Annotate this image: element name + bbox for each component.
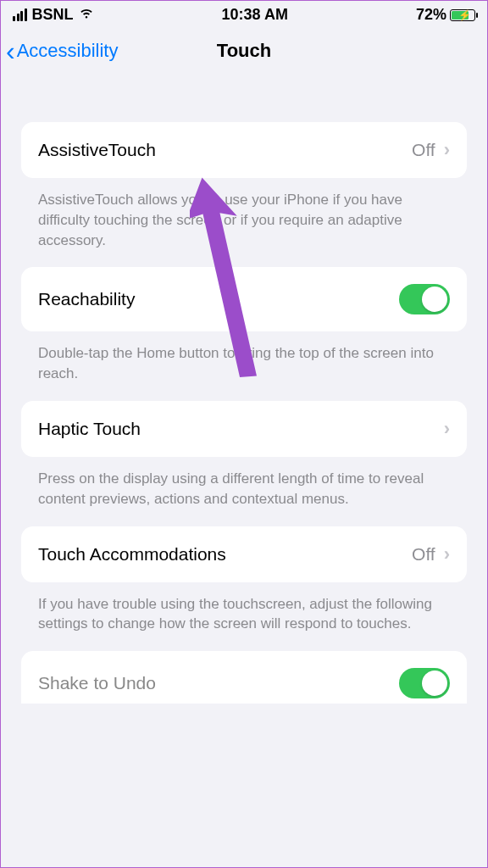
- chevron-left-icon: ‹: [6, 37, 15, 64]
- chevron-right-icon: ›: [444, 418, 450, 440]
- reachability-row: Reachability: [21, 267, 467, 331]
- status-time: 10:38 AM: [222, 6, 288, 24]
- shake-to-undo-toggle[interactable]: [399, 668, 450, 698]
- shake-to-undo-row: Shake to Undo: [21, 651, 467, 704]
- reachability-toggle[interactable]: [399, 284, 450, 314]
- chevron-right-icon: ›: [444, 139, 450, 161]
- reachability-label: Reachability: [38, 289, 135, 309]
- signal-icon: [13, 8, 27, 21]
- nav-bar: ‹ Accessibility Touch: [1, 27, 487, 80]
- shake-to-undo-label: Shake to Undo: [38, 673, 156, 693]
- haptic-touch-label: Haptic Touch: [38, 419, 141, 439]
- touch-accommodations-row[interactable]: Touch Accommodations Off ›: [21, 526, 467, 582]
- assistive-touch-label: AssistiveTouch: [38, 140, 156, 160]
- page-title: Touch: [217, 40, 271, 62]
- touch-accommodations-value: Off: [412, 544, 435, 565]
- back-label: Accessibility: [17, 40, 119, 62]
- content: AssistiveTouch Off › AssistiveTouch allo…: [1, 80, 487, 704]
- status-bar: BSNL 10:38 AM 72% ⚡: [1, 1, 487, 27]
- assistive-touch-footer: AssistiveTouch allows you to use your iP…: [21, 178, 467, 267]
- battery-percent: 72%: [416, 6, 446, 24]
- status-right: 72% ⚡: [416, 6, 475, 24]
- reachability-footer: Double-tap the Home button to bring the …: [21, 331, 467, 401]
- back-button[interactable]: ‹ Accessibility: [6, 37, 118, 64]
- wifi-icon: [79, 8, 94, 23]
- chevron-right-icon: ›: [444, 543, 450, 565]
- toggle-knob: [422, 670, 447, 696]
- haptic-touch-row[interactable]: Haptic Touch ›: [21, 401, 467, 457]
- toggle-knob: [422, 287, 447, 312]
- status-left: BSNL: [13, 6, 94, 24]
- touch-accommodations-footer: If you have trouble using the touchscree…: [21, 582, 467, 652]
- touch-accommodations-label: Touch Accommodations: [38, 544, 226, 565]
- haptic-touch-footer: Press on the display using a different l…: [21, 457, 467, 526]
- carrier-label: BSNL: [32, 6, 74, 24]
- battery-icon: ⚡: [450, 9, 475, 21]
- assistive-touch-value: Off: [412, 140, 435, 160]
- assistive-touch-row[interactable]: AssistiveTouch Off ›: [21, 122, 467, 178]
